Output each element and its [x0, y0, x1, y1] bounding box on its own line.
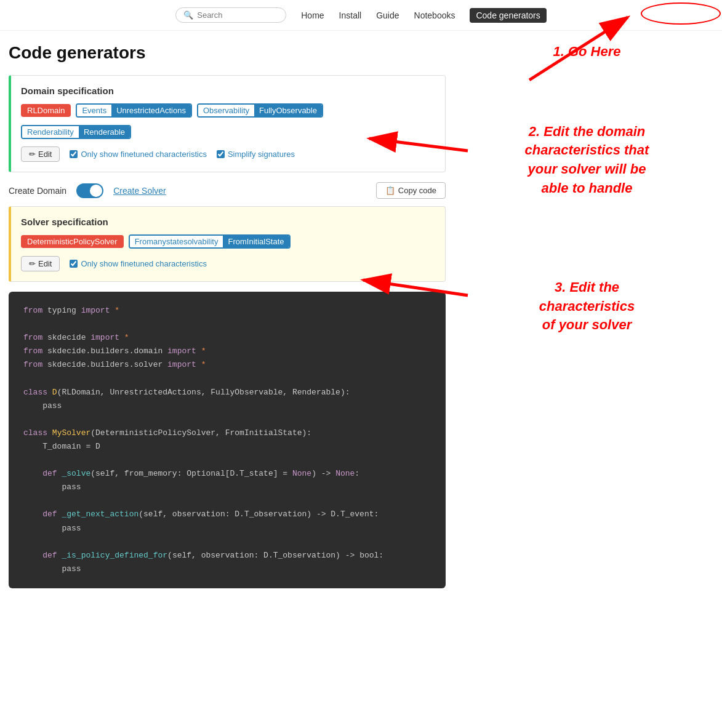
tag-rldomain[interactable]: RLDomain: [21, 104, 71, 117]
copy-code-button[interactable]: 📋 Copy code: [376, 182, 446, 199]
code-line-10: pass: [23, 481, 431, 494]
solver-finetuned-checkbox[interactable]: [70, 260, 78, 268]
code-line-8: T_domain = D: [23, 440, 431, 454]
solver-tags-row: DeterministicPolicySolver Fromanystateso…: [21, 234, 435, 249]
solver-card-title: Solver specification: [21, 217, 435, 227]
simplify-signatures-text: Simplify signatures: [228, 150, 295, 159]
domain-spec-card: Domain specification RLDomain Events Unr…: [9, 75, 446, 172]
code-line-blank2: [23, 372, 431, 385]
tag-renderability-label: Renderability: [22, 126, 79, 138]
annotation-edit-solver: 3. Edit thecharacteristicsof your solver: [464, 278, 710, 335]
left-panel: Code generators Domain specification RLD…: [9, 43, 446, 588]
solver-edit-label: Edit: [38, 259, 52, 268]
code-line-12: pass: [23, 522, 431, 535]
search-bar[interactable]: 🔍: [175, 7, 286, 23]
tag-deterministic-solver[interactable]: DeterministicPolicySolver: [21, 235, 124, 248]
code-line-2: from skdecide import *: [23, 331, 431, 345]
only-finetuned-text: Only show finetuned characteristics: [81, 150, 206, 159]
tag-solvability-group[interactable]: Fromanystatesolvability FromInitialState: [129, 234, 291, 249]
tag-observability-value: FullyObservable: [254, 105, 322, 116]
nav-guide[interactable]: Guide: [376, 10, 399, 20]
solver-finetuned-text: Only show finetuned characteristics: [81, 259, 206, 268]
code-line-11: def _get_next_action(self, observation: …: [23, 508, 431, 521]
page-title: Code generators: [9, 43, 446, 63]
code-line-blank5: [23, 494, 431, 508]
solver-finetuned-checkbox-label[interactable]: Only show finetuned characteristics: [70, 259, 206, 268]
copy-icon: 📋: [385, 186, 395, 195]
nav-home[interactable]: Home: [301, 10, 324, 20]
code-line-5: class D(RLDomain, UnrestrictedActions, F…: [23, 386, 431, 399]
code-line-1: from typing import *: [23, 304, 431, 318]
code-line-7: class MySolver(DeterministicPolicySolver…: [23, 426, 431, 440]
nav-code-generators[interactable]: Code generators: [470, 8, 546, 23]
create-row: Create Domain Create Solver 📋 Copy code: [9, 182, 446, 199]
create-domain-label: Create Domain: [9, 186, 66, 196]
code-line-6: pass: [23, 399, 431, 413]
code-line-4: from skdecide.builders.solver import *: [23, 358, 431, 372]
code-block: from typing import * from skdecide impor…: [9, 292, 446, 588]
annotation-go-here-text: 1. Go Here: [464, 43, 710, 61]
annotation-edit-solver-text: 3. Edit thecharacteristicsof your solver: [464, 278, 710, 335]
tag-events-value: UnrestrictedActions: [111, 105, 191, 116]
only-finetuned-checkbox-label[interactable]: Only show finetuned characteristics: [70, 150, 206, 159]
nav-install[interactable]: Install: [339, 10, 362, 20]
code-line-blank6: [23, 535, 431, 549]
domain-tags-row2: Renderability Renderable: [21, 125, 435, 139]
domain-card-title: Domain specification: [21, 86, 435, 96]
simplify-signatures-checkbox[interactable]: [217, 150, 225, 158]
only-finetuned-checkbox[interactable]: [70, 150, 78, 158]
tag-renderability-value: Renderable: [79, 126, 130, 138]
search-icon: 🔍: [183, 10, 193, 20]
tag-solvability-label: Fromanystatesolvability: [130, 236, 223, 247]
nav-notebooks[interactable]: Notebooks: [414, 10, 455, 20]
tag-observability-label: Observability: [198, 105, 254, 116]
code-line-blank1: [23, 318, 431, 331]
tag-events-group[interactable]: Events UnrestrictedActions: [76, 103, 191, 118]
domain-edit-label: Edit: [38, 150, 52, 159]
simplify-signatures-checkbox-label[interactable]: Simplify signatures: [217, 150, 295, 159]
tag-solvability-value: FromInitialState: [223, 236, 289, 247]
tag-observability-group[interactable]: Observability FullyObservable: [197, 103, 323, 118]
code-line-13: def _is_policy_defined_for(self, observa…: [23, 549, 431, 562]
pencil-icon: ✏: [29, 150, 36, 159]
solver-spec-card: Solver specification DeterministicPolicy…: [9, 206, 446, 282]
solver-card-footer: ✏ Edit Only show finetuned characteristi…: [21, 256, 435, 271]
copy-code-label: Copy code: [398, 186, 436, 195]
annotation-edit-domain-text: 2. Edit the domaincharacteristics thatyo…: [464, 122, 710, 198]
code-line-9: def _solve(self, from_memory: Optional[D…: [23, 467, 431, 481]
tag-events-label: Events: [77, 105, 111, 116]
create-domain-toggle[interactable]: [76, 183, 103, 198]
domain-edit-button[interactable]: ✏ Edit: [21, 146, 60, 162]
code-line-blank3: [23, 413, 431, 426]
code-line-blank4: [23, 454, 431, 467]
pencil-icon-solver: ✏: [29, 259, 36, 268]
nav-circle-annotation: [641, 2, 721, 25]
annotation-edit-domain: 2. Edit the domaincharacteristics thatyo…: [464, 122, 710, 198]
search-input[interactable]: [197, 10, 271, 20]
create-solver-link[interactable]: Create Solver: [113, 186, 166, 196]
tag-renderability-group[interactable]: Renderability Renderable: [21, 125, 131, 139]
annotation-go-here: 1. Go Here: [464, 43, 710, 61]
domain-tags-row: RLDomain Events UnrestrictedActions Obse…: [21, 103, 435, 118]
code-line-14: pass: [23, 562, 431, 576]
navigation: 🔍 Home Install Guide Notebooks Code gene…: [0, 0, 722, 31]
right-panel-annotations: 1. Go Here 2. Edit the domaincharacteris…: [446, 43, 710, 588]
main-content: Code generators Domain specification RLD…: [0, 31, 722, 601]
code-line-3: from skdecide.builders.domain import *: [23, 345, 431, 358]
solver-edit-button[interactable]: ✏ Edit: [21, 256, 60, 271]
domain-card-footer: ✏ Edit Only show finetuned characteristi…: [21, 146, 435, 162]
